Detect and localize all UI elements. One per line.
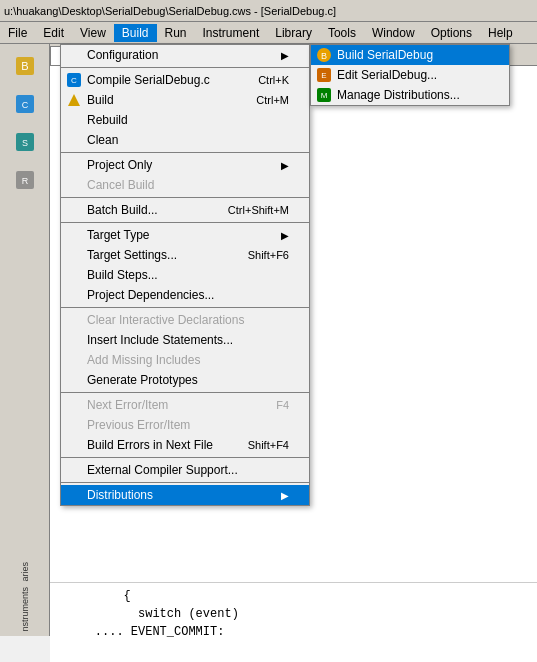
menu-divider-1 [61, 67, 309, 68]
menu-file[interactable]: File [0, 24, 35, 42]
target-type-arrow-icon: ▶ [281, 230, 289, 241]
menu-batch-build[interactable]: Batch Build... Ctrl+Shift+M [61, 200, 309, 220]
menu-tools[interactable]: Tools [320, 24, 364, 42]
svg-text:B: B [21, 60, 28, 72]
menu-manage-dist-label: Manage Distributions... [337, 88, 489, 102]
project-only-arrow-icon: ▶ [281, 160, 289, 171]
menu-divider-8 [61, 482, 309, 483]
menu-divider-4 [61, 222, 309, 223]
bottom-code-panel: { switch (event) .... EVENT_COMMIT: [50, 582, 537, 662]
menu-build-steps-label: Build Steps... [87, 268, 289, 282]
menu-build-errors-next[interactable]: Build Errors in Next File Shift+F4 [61, 435, 309, 455]
bottom-line-2: switch (event) [58, 605, 529, 623]
menu-generate-prototypes[interactable]: Generate Prototypes [61, 370, 309, 390]
menu-generate-prototypes-label: Generate Prototypes [87, 373, 289, 387]
menu-clean-label: Clean [87, 133, 289, 147]
menu-divider-6 [61, 392, 309, 393]
menu-clean[interactable]: Clean [61, 130, 309, 150]
build-shortcut: Ctrl+M [256, 94, 289, 106]
build-errors-next-shortcut: Shift+F4 [248, 439, 289, 451]
menu-edit-serial-label: Edit SerialDebug... [337, 68, 489, 82]
menu-next-error[interactable]: Next Error/Item F4 [61, 395, 309, 415]
menu-divider-2 [61, 152, 309, 153]
menu-library[interactable]: Library [267, 24, 320, 42]
sidebar-label-ni: nstruments [20, 587, 30, 632]
menu-rebuild[interactable]: Rebuild [61, 110, 309, 130]
menu-next-error-label: Next Error/Item [87, 398, 256, 412]
menu-add-missing-label: Add Missing Includes [87, 353, 289, 367]
bottom-line-1: { [58, 587, 529, 605]
menu-window[interactable]: Window [364, 24, 423, 42]
compile-shortcut: Ctrl+K [258, 74, 289, 86]
build-serial-icon: B [315, 46, 333, 64]
svg-text:S: S [21, 138, 27, 148]
sidebar-icon-4[interactable]: R [7, 162, 43, 198]
menu-edit[interactable]: Edit [35, 24, 72, 42]
menu-run[interactable]: Run [157, 24, 195, 42]
menu-compile-label: Compile SerialDebug.c [87, 73, 238, 87]
menu-external-compiler[interactable]: External Compiler Support... [61, 460, 309, 480]
menu-help[interactable]: Help [480, 24, 521, 42]
menu-edit-serial[interactable]: E Edit SerialDebug... [311, 65, 509, 85]
svg-text:M: M [321, 91, 328, 100]
manage-dist-icon: M [315, 86, 333, 104]
menu-cancel-build[interactable]: Cancel Build [61, 175, 309, 195]
menu-build-serial[interactable]: B Build SerialDebug [311, 45, 509, 65]
menu-divider-5 [61, 307, 309, 308]
menu-prev-error-label: Previous Error/Item [87, 418, 289, 432]
menu-build[interactable]: Build Ctrl+M [61, 90, 309, 110]
menu-project-dependencies[interactable]: Project Dependencies... [61, 285, 309, 305]
batch-build-shortcut: Ctrl+Shift+M [228, 204, 289, 216]
menu-prev-error[interactable]: Previous Error/Item [61, 415, 309, 435]
title-text: u:\huakang\Desktop\SerialDebug\SerialDeb… [4, 5, 336, 17]
configuration-arrow-icon: ▶ [281, 50, 289, 61]
svg-text:R: R [21, 176, 28, 186]
svg-text:C: C [21, 100, 28, 110]
menu-cancel-build-label: Cancel Build [87, 178, 289, 192]
sidebar-icon-2[interactable]: C [7, 86, 43, 122]
menu-divider-7 [61, 457, 309, 458]
menu-build-errors-next-label: Build Errors in Next File [87, 438, 228, 452]
svg-text:B: B [321, 51, 327, 61]
menu-target-settings[interactable]: Target Settings... Shift+F6 [61, 245, 309, 265]
menu-project-dependencies-label: Project Dependencies... [87, 288, 289, 302]
menu-divider-3 [61, 197, 309, 198]
svg-text:C: C [71, 76, 77, 85]
menu-target-type-label: Target Type [87, 228, 273, 242]
bottom-code-content: { switch (event) .... EVENT_COMMIT: [50, 583, 537, 645]
menu-project-only-label: Project Only [87, 158, 273, 172]
menu-view[interactable]: View [72, 24, 114, 42]
build-icon [65, 91, 83, 109]
menu-insert-include[interactable]: Insert Include Statements... [61, 330, 309, 350]
menu-options[interactable]: Options [423, 24, 480, 42]
compile-icon: C [65, 71, 83, 89]
title-bar: u:\huakang\Desktop\SerialDebug\SerialDeb… [0, 0, 537, 22]
menu-build-serial-label: Build SerialDebug [337, 48, 489, 62]
menu-instrument[interactable]: Instrument [195, 24, 268, 42]
menu-target-settings-label: Target Settings... [87, 248, 228, 262]
distributions-arrow-icon: ▶ [281, 490, 289, 501]
menu-distributions[interactable]: Distributions ▶ [61, 485, 309, 505]
menu-compile[interactable]: C Compile SerialDebug.c Ctrl+K [61, 70, 309, 90]
menu-distributions-label: Distributions [87, 488, 273, 502]
menu-build-label: Build [87, 93, 236, 107]
menu-configuration[interactable]: Configuration ▶ [61, 45, 309, 65]
sidebar-label-aries: aries [20, 562, 30, 582]
menu-manage-dist[interactable]: M Manage Distributions... [311, 85, 509, 105]
menu-build[interactable]: Build [114, 24, 157, 42]
sidebar-icon-3[interactable]: S [7, 124, 43, 160]
menu-add-missing[interactable]: Add Missing Includes [61, 350, 309, 370]
sidebar-icon-1[interactable]: B [7, 48, 43, 84]
distributions-submenu: B Build SerialDebug E Edit SerialDebug..… [310, 44, 510, 106]
sidebar: B C S R aries nstruments [0, 44, 50, 636]
menu-project-only[interactable]: Project Only ▶ [61, 155, 309, 175]
menu-bar: File Edit View Build Run Instrument Libr… [0, 22, 537, 44]
menu-rebuild-label: Rebuild [87, 113, 289, 127]
svg-marker-10 [68, 94, 80, 106]
menu-build-steps[interactable]: Build Steps... [61, 265, 309, 285]
bottom-line-4: .... EVENT_COMMIT: [58, 623, 529, 641]
menu-clear-interactive[interactable]: Clear Interactive Declarations [61, 310, 309, 330]
svg-text:E: E [321, 71, 326, 80]
menu-clear-interactive-label: Clear Interactive Declarations [87, 313, 289, 327]
menu-target-type[interactable]: Target Type ▶ [61, 225, 309, 245]
